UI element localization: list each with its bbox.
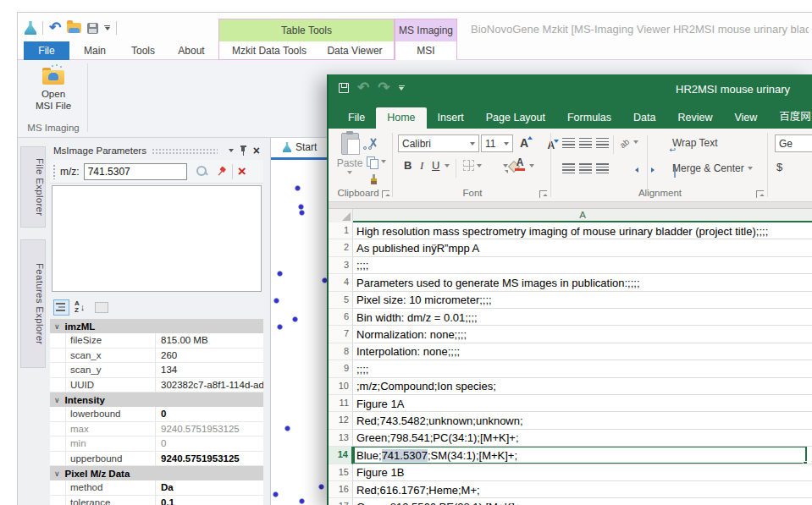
- font-color-icon[interactable]: A: [515, 158, 525, 171]
- clipboard-dialog-launcher[interactable]: [382, 190, 389, 198]
- property-category[interactable]: ∨imzML: [50, 319, 263, 333]
- toolbar-grip[interactable]: [52, 164, 57, 179]
- cell-A16[interactable]: Red;616.1767;Heme;M+;: [353, 481, 812, 498]
- collapse-chevron-icon[interactable]: ∨: [54, 396, 60, 404]
- borders-icon[interactable]: [463, 160, 474, 171]
- align-right-icon[interactable]: [596, 163, 609, 173]
- cell-A7[interactable]: Normalization: none;;;;: [353, 326, 812, 343]
- cell-A4[interactable]: Parameters used to generate MS images in…: [353, 274, 812, 291]
- property-value[interactable]: 0.1: [156, 497, 263, 505]
- search-icon[interactable]: [196, 165, 208, 178]
- excel-tab-百度网[interactable]: 百度网: [768, 103, 812, 129]
- font-name-combobox[interactable]: Calibri: [398, 134, 479, 152]
- row-header-6[interactable]: 6: [329, 309, 353, 326]
- grow-font-icon[interactable]: A: [520, 136, 528, 150]
- column-header-A[interactable]: A: [353, 209, 812, 222]
- collapse-chevron-icon[interactable]: ∨: [54, 322, 60, 331]
- merge-center-dropdown-icon[interactable]: [748, 167, 753, 170]
- mzkit-tab-mzkit-data-tools[interactable]: Mzkit Data Tools: [226, 41, 312, 60]
- open-folder-icon[interactable]: [67, 23, 81, 33]
- cell-A5[interactable]: Pixel size: 10 micrometer;;;;: [353, 292, 812, 309]
- excel-tab-Page Layout[interactable]: Page Layout: [475, 107, 556, 129]
- merge-center-label[interactable]: Merge & Center: [672, 162, 744, 174]
- orientation-dropdown-icon[interactable]: [633, 140, 638, 144]
- select-all-corner[interactable]: [329, 209, 353, 222]
- property-value[interactable]: Da: [156, 482, 263, 492]
- pin-mz-icon[interactable]: [213, 163, 229, 180]
- row-header-16[interactable]: 16: [329, 481, 353, 498]
- mz-input[interactable]: [84, 163, 187, 180]
- excel-tab-Home[interactable]: Home: [376, 107, 426, 129]
- excel-tab-File[interactable]: File: [337, 107, 376, 129]
- cell-A17[interactable]: Green;812.5566;PE(38:1);[M+K]+;: [353, 498, 812, 505]
- row-header-9[interactable]: 9: [329, 360, 353, 377]
- categorized-view-icon[interactable]: [53, 299, 69, 316]
- cell-A2[interactable]: As published inÿR”mpp A: [353, 239, 812, 256]
- mzkit-tab-file[interactable]: File: [24, 41, 69, 60]
- cell-A13[interactable]: Green;798.541;PC(34:1);[M+K]+;: [353, 430, 812, 447]
- cell-A9[interactable]: ;;;;: [353, 360, 812, 377]
- cell-A15[interactable]: Figure 1B: [353, 464, 812, 481]
- row-header-17[interactable]: 17: [329, 498, 353, 505]
- clear-icon[interactable]: ×: [238, 166, 246, 178]
- cell-A6[interactable]: Bin width: dm/z = 0.01;;;;: [353, 309, 812, 326]
- sidebar-tab-file-explorer[interactable]: File Explorer: [20, 146, 46, 228]
- row-header-4[interactable]: 4: [329, 274, 353, 291]
- italic-icon[interactable]: I: [420, 159, 423, 173]
- ribbon-options-icon[interactable]: [104, 25, 110, 31]
- property-value[interactable]: 9240.5751953125: [156, 453, 263, 464]
- row-header-13[interactable]: 13: [329, 430, 353, 447]
- number-format-combobox[interactable]: Ge: [775, 134, 812, 152]
- excel-tab-View[interactable]: View: [723, 107, 768, 129]
- row-header-10[interactable]: 10: [329, 378, 353, 395]
- property-value[interactable]: 302382c7-a8f1-114d-ad30: [156, 380, 263, 390]
- paste-button[interactable]: Paste: [334, 133, 366, 185]
- row-header-1[interactable]: 1: [329, 222, 353, 239]
- top-align-icon[interactable]: [562, 138, 575, 148]
- borders-dropdown-icon[interactable]: [477, 164, 482, 167]
- row-header-3[interactable]: 3: [329, 257, 353, 274]
- orientation-icon[interactable]: ab: [618, 137, 632, 151]
- copy-dropdown-icon[interactable]: [381, 160, 386, 163]
- underline-dropdown-icon[interactable]: [445, 164, 450, 167]
- property-row-scan_x[interactable]: scan_x260: [50, 349, 263, 364]
- bottom-align-icon[interactable]: [596, 138, 609, 148]
- excel-tab-Review[interactable]: Review: [666, 107, 723, 129]
- property-row-upperbound[interactable]: upperbound9240.5751953125: [50, 452, 263, 467]
- cell-A12[interactable]: Red;743.5482;unknown;unknown;: [353, 412, 812, 429]
- save-icon[interactable]: [87, 23, 98, 34]
- panel-pin-icon[interactable]: [240, 145, 247, 156]
- open-msi-file-button[interactable]: Open MSI File: [26, 63, 80, 119]
- sidebar-tab-features-explorer[interactable]: Features Explorer: [20, 239, 46, 368]
- row-header-8[interactable]: 8: [329, 343, 353, 360]
- mzkit-tab-data-viewer[interactable]: Data Viewer: [323, 41, 387, 60]
- property-category[interactable]: ∨Intensity: [50, 392, 263, 407]
- paste-dropdown-icon[interactable]: [347, 171, 352, 174]
- font-size-combobox[interactable]: 11: [481, 134, 513, 152]
- currency-icon[interactable]: $: [776, 161, 782, 173]
- property-grid[interactable]: ∨imzMLfileSize815.00 MBscan_x260scan_y13…: [50, 319, 263, 505]
- formula-bar-collapsed[interactable]: [329, 202, 812, 209]
- property-row-tolerance[interactable]: tolerance0.1: [50, 496, 263, 505]
- panel-close-icon[interactable]: ×: [253, 145, 260, 156]
- mzkit-tab-tools[interactable]: Tools: [124, 41, 162, 60]
- underline-icon[interactable]: U: [432, 159, 439, 172]
- row-header-2[interactable]: 2: [329, 239, 353, 256]
- cell-A10[interactable]: ;m/z;Compound;Ion species;: [353, 378, 812, 395]
- mzkit-tab-main[interactable]: Main: [77, 41, 113, 60]
- row-header-14[interactable]: 14: [329, 447, 353, 464]
- row-header-5[interactable]: 5: [329, 292, 353, 309]
- excel-save-icon[interactable]: [339, 83, 349, 93]
- row-header-7[interactable]: 7: [329, 326, 353, 343]
- property-value[interactable]: 815.00 MB: [156, 335, 263, 345]
- excel-tab-Data[interactable]: Data: [622, 107, 666, 129]
- property-row-UUID[interactable]: UUID302382c7-a8f1-114d-ad30: [50, 378, 263, 393]
- excel-undo-icon[interactable]: ↶: [357, 82, 369, 94]
- alignment-dialog-launcher[interactable]: [756, 190, 764, 198]
- property-row-min[interactable]: min0: [50, 436, 263, 452]
- property-value[interactable]: 134: [156, 365, 263, 375]
- alphabetical-sort-icon[interactable]: AZ↓: [75, 300, 85, 314]
- property-value[interactable]: 0: [156, 409, 263, 419]
- property-category[interactable]: ∨Pixel M/z Data: [50, 466, 263, 480]
- property-row-lowerbound[interactable]: lowerbound0: [50, 407, 263, 422]
